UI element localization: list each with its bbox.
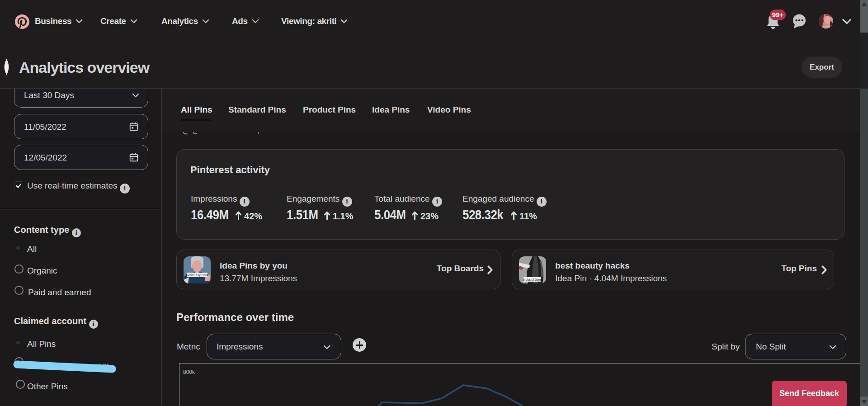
svg-text:In Just 3 Days: In Just 3 Days bbox=[523, 278, 542, 282]
svg-text:Most Easy Pack: Most Easy Pack bbox=[186, 274, 209, 277]
